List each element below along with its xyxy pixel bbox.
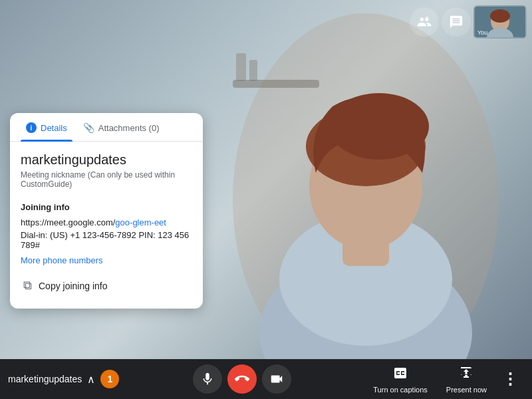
meeting-subtitle: Meeting nickname (Can only be used withi…	[21, 170, 192, 189]
tab-details[interactable]: i Details	[21, 113, 72, 141]
more-options-icon: ⋮	[502, 370, 519, 388]
svg-rect-8	[236, 53, 246, 81]
toolbar-meeting-name: marketingupdates	[8, 374, 82, 384]
svg-rect-7	[233, 80, 319, 88]
top-right-controls: 1 You	[410, 5, 527, 39]
details-panel: i Details 📎 Attachments (0) marketingupd…	[10, 113, 203, 309]
joining-url: https://meet.google.com/goo-glem-eet	[21, 217, 192, 227]
present-button[interactable]: Present now	[438, 362, 495, 396]
tab-attachments-label: Attachments (0)	[98, 123, 160, 133]
present-icon	[458, 365, 474, 384]
present-label: Present now	[446, 386, 487, 394]
bottom-toolbar: marketingupdates ∧ 1 Turn	[0, 359, 532, 399]
panel-tabs: i Details 📎 Attachments (0)	[10, 113, 203, 142]
more-phone-numbers-link[interactable]: More phone numbers	[21, 255, 192, 265]
dial-in-info: Dial-in: (US) +1 123-456-7892 PIN: 123 4…	[21, 230, 192, 250]
url-highlight: goo-glem-eet	[115, 217, 166, 227]
mic-button[interactable]	[193, 364, 222, 394]
participant-count-badge: 1	[100, 370, 119, 388]
url-prefix: https://meet.google.com/	[21, 217, 115, 227]
participants-button[interactable]: 1	[410, 7, 439, 37]
copy-joining-info-button[interactable]: ⧉ Copy joining info	[21, 273, 192, 298]
tab-details-label: Details	[41, 123, 67, 133]
captions-icon	[392, 365, 408, 384]
participants-icon: 1	[417, 15, 432, 29]
self-view-thumbnail: You	[473, 5, 527, 39]
tab-attachments[interactable]: 📎 Attachments (0)	[78, 113, 165, 141]
svg-text:1: 1	[426, 15, 429, 21]
chevron-up-icon[interactable]: ∧	[87, 373, 95, 386]
info-icon: i	[26, 122, 37, 133]
meeting-name: marketingupdates	[21, 152, 192, 168]
end-call-button[interactable]	[227, 364, 257, 394]
svg-point-16	[490, 9, 510, 23]
camera-button[interactable]	[262, 364, 291, 394]
end-call-icon	[235, 372, 249, 386]
toolbar-left: marketingupdates ∧ 1	[8, 370, 119, 388]
captions-label: Turn on captions	[373, 386, 428, 394]
panel-body: marketingupdates Meeting nickname (Can o…	[10, 142, 203, 303]
svg-rect-9	[249, 60, 257, 81]
camera-icon	[269, 372, 284, 386]
person-silhouette	[200, 0, 532, 362]
copy-icon: ⧉	[23, 279, 32, 293]
toolbar-right: Turn on captions Present now ⋮	[365, 362, 524, 396]
more-options-button[interactable]: ⋮	[497, 366, 524, 392]
toolbar-center	[193, 364, 291, 394]
attachment-icon: 📎	[83, 122, 94, 133]
captions-button[interactable]: Turn on captions	[365, 362, 436, 396]
joining-info-title: Joining info	[21, 202, 192, 212]
chat-button[interactable]	[442, 7, 471, 37]
chat-icon	[449, 15, 464, 29]
mic-icon	[200, 372, 215, 386]
copy-joining-label: Copy joining info	[39, 281, 108, 291]
self-view-label: You	[477, 29, 487, 36]
